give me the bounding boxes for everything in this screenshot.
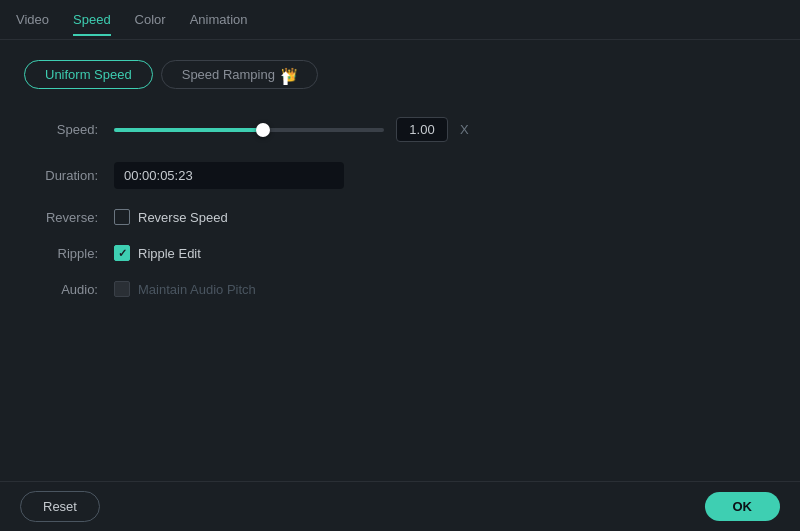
audio-checkbox-row: Maintain Audio Pitch — [114, 281, 256, 297]
speed-value-input[interactable] — [396, 117, 448, 142]
audio-label: Audio: — [24, 282, 114, 297]
reverse-checkbox[interactable] — [114, 209, 130, 225]
audio-checkbox-label: Maintain Audio Pitch — [138, 282, 256, 297]
content-area: Uniform Speed Speed Ramping 👑 Speed: X — [0, 40, 800, 317]
reset-button[interactable]: Reset — [20, 491, 100, 522]
crown-icon: 👑 — [281, 67, 297, 82]
duration-row: Duration: — [24, 162, 776, 189]
duration-label: Duration: — [24, 168, 114, 183]
duration-input[interactable] — [114, 162, 344, 189]
ripple-row: Ripple: Ripple Edit — [24, 245, 776, 261]
ripple-label: Ripple: — [24, 246, 114, 261]
speed-slider-fill — [114, 128, 263, 132]
tab-animation[interactable]: Animation — [190, 8, 248, 31]
speed-unit-label: X — [460, 122, 469, 137]
ripple-checkbox[interactable] — [114, 245, 130, 261]
tab-video[interactable]: Video — [16, 8, 49, 31]
bottom-bar: Reset OK — [0, 481, 800, 531]
reverse-row: Reverse: Reverse Speed — [24, 209, 776, 225]
speed-ramping-button[interactable]: Speed Ramping 👑 — [161, 60, 318, 89]
reverse-checkbox-label[interactable]: Reverse Speed — [138, 210, 228, 225]
speed-slider-container: X — [114, 117, 469, 142]
reverse-label: Reverse: — [24, 210, 114, 225]
speed-label: Speed: — [24, 122, 114, 137]
ok-button[interactable]: OK — [705, 492, 781, 521]
speed-slider-thumb[interactable] — [256, 123, 270, 137]
tab-color[interactable]: Color — [135, 8, 166, 31]
top-tab-bar: Video Speed Color Animation — [0, 0, 800, 40]
form-section: Speed: X Duration: Reverse: — [24, 117, 776, 297]
mode-toggle-row: Uniform Speed Speed Ramping 👑 — [24, 60, 776, 89]
speed-slider-track[interactable] — [114, 128, 384, 132]
speed-ramping-label: Speed Ramping — [182, 67, 275, 82]
ripple-checkbox-row: Ripple Edit — [114, 245, 201, 261]
reverse-checkbox-row: Reverse Speed — [114, 209, 228, 225]
tab-speed[interactable]: Speed — [73, 8, 111, 31]
speed-row: Speed: X — [24, 117, 776, 142]
audio-row: Audio: Maintain Audio Pitch — [24, 281, 776, 297]
audio-checkbox[interactable] — [114, 281, 130, 297]
ripple-checkbox-label[interactable]: Ripple Edit — [138, 246, 201, 261]
uniform-speed-button[interactable]: Uniform Speed — [24, 60, 153, 89]
